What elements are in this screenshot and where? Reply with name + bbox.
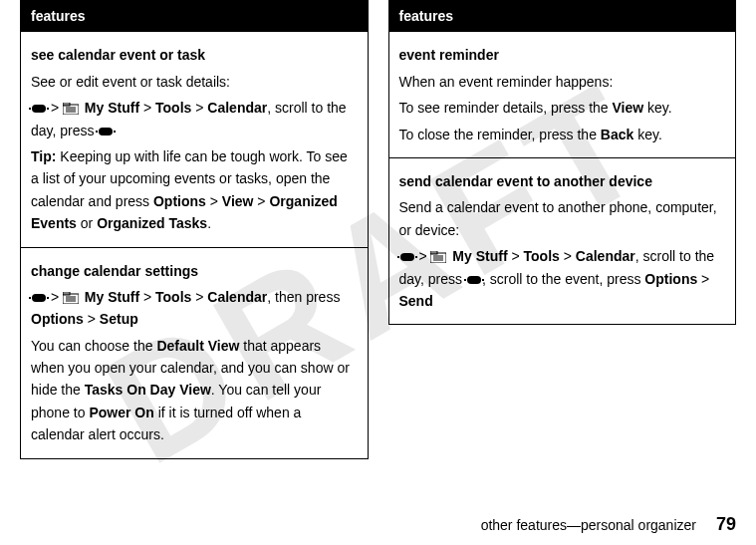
gt: >: [195, 289, 203, 305]
row2-nav-line: > My Stuff > Tools > Calendar, then pres…: [31, 286, 358, 331]
or-text: or: [77, 215, 97, 231]
text: To see reminder details, press the: [399, 100, 613, 116]
view-key-label: View: [613, 100, 644, 116]
gt: >: [206, 193, 222, 209]
gt: >: [195, 100, 203, 116]
poweron-label: Power On: [89, 405, 153, 420]
center-key-icon: [32, 105, 46, 113]
text: To close the reminder, press the: [399, 127, 601, 142]
content-columns: features see calendar event or task See …: [0, 0, 756, 459]
gt: >: [51, 289, 59, 305]
tools-label: Tools: [155, 100, 191, 116]
options-label: Options: [153, 193, 206, 209]
options-label: Options: [644, 271, 697, 287]
send-label: Send: [399, 293, 433, 309]
folder-icon: [63, 292, 79, 304]
back-key-label: Back: [601, 127, 633, 142]
row2-title: change calendar settings: [31, 260, 358, 282]
calendar-label: Calendar: [207, 289, 267, 305]
center-key-icon: [99, 128, 113, 136]
mystuff-label: My Stuff: [85, 289, 139, 305]
text: key.: [633, 127, 662, 142]
r-row2-p1: Send a calendar event to another phone, …: [399, 196, 726, 241]
r-row2-nav: > My Stuff > Tools > Calendar, scroll to…: [399, 245, 726, 312]
gt: >: [143, 100, 151, 116]
left-row-1: see calendar event or task See or edit e…: [21, 32, 369, 247]
left-header: features: [21, 1, 369, 32]
r-row2-title: send calendar event to another device: [399, 170, 726, 192]
orgtasks-label: Organized Tasks: [97, 215, 207, 231]
then-text: , then press: [267, 289, 340, 305]
row2-p2: You can choose the Default View that app…: [31, 335, 358, 446]
left-column: features see calendar event or task See …: [20, 0, 369, 459]
mystuff-label: My Stuff: [85, 100, 139, 116]
text: key.: [643, 100, 672, 116]
folder-icon: [63, 103, 79, 115]
setup-label: Setup: [100, 311, 138, 327]
gt: >: [697, 271, 709, 287]
text: , scroll to the event, press: [482, 271, 644, 287]
period: .: [207, 215, 211, 231]
r-row1-title: event reminder: [399, 44, 726, 66]
calendar-label: Calendar: [207, 100, 267, 116]
right-table: features event reminder When an event re…: [388, 0, 737, 325]
tools-label: Tools: [524, 248, 560, 264]
r-row1-p2: To see reminder details, press the View …: [399, 97, 726, 119]
defview-label: Default View: [156, 338, 239, 354]
tools-label: Tools: [155, 289, 191, 305]
footer-text: other features—personal organizer: [481, 517, 696, 533]
left-table: features see calendar event or task See …: [20, 0, 369, 459]
row1-title: see calendar event or task: [31, 44, 358, 66]
gt: >: [253, 193, 269, 209]
left-row-2: change calendar settings > My Stuff > To…: [21, 247, 369, 458]
gt: >: [418, 248, 426, 264]
center-key-icon: [32, 294, 46, 302]
text: You can choose the: [31, 338, 156, 354]
row1-tip: Tip: Keeping up with life can be tough w…: [31, 145, 358, 235]
r-row1-p3: To close the reminder, press the Back ke…: [399, 124, 726, 145]
r-row1-p1: When an event reminder happens:: [399, 71, 726, 93]
right-column: features event reminder When an event re…: [388, 0, 737, 459]
gt: >: [511, 248, 519, 264]
gt: >: [84, 311, 100, 327]
right-row-2: send calendar event to another device Se…: [388, 157, 736, 324]
gt: >: [143, 289, 151, 305]
right-row-1: event reminder When an event reminder ha…: [388, 32, 736, 158]
tasksday-label: Tasks On Day View: [85, 382, 211, 398]
folder-icon: [430, 251, 446, 263]
calendar-label: Calendar: [576, 248, 635, 264]
right-header: features: [388, 1, 736, 32]
tip-label: Tip:: [31, 148, 56, 164]
gt: >: [564, 248, 572, 264]
view-label: View: [222, 193, 254, 209]
center-key-icon: [467, 276, 481, 284]
mystuff-label: My Stuff: [452, 248, 507, 264]
center-key-icon: [400, 253, 414, 261]
page-footer: other features—personal organizer 79: [481, 514, 736, 535]
row1-p1: See or edit event or task details:: [31, 71, 358, 93]
row1-nav-line: > My Stuff > Tools > Calendar, scroll to…: [31, 97, 358, 141]
options-label: Options: [31, 311, 84, 327]
gt: >: [51, 100, 59, 116]
page-number: 79: [716, 514, 736, 535]
